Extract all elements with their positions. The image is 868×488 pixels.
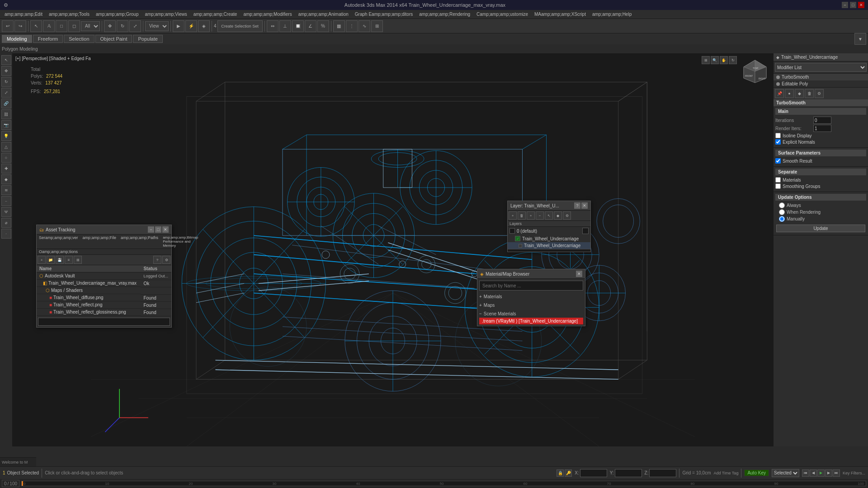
- smooth-result-checkbox[interactable]: [775, 158, 781, 164]
- radio-always[interactable]: Always: [779, 202, 866, 208]
- layers-button[interactable]: ▦: [333, 20, 345, 32]
- mat-search-input[interactable]: [479, 281, 583, 291]
- zoom-button[interactable]: 🔍: [711, 56, 719, 64]
- layer-settings[interactable]: ⚙: [563, 211, 571, 220]
- snap-toggle[interactable]: 🔲: [292, 20, 304, 32]
- tab-menu-button[interactable]: ▼: [854, 33, 866, 45]
- modifier-list-dropdown[interactable]: Modifier List: [775, 63, 867, 72]
- angle-snap[interactable]: ∠: [305, 20, 316, 32]
- bone-tool[interactable]: Ψ: [1, 207, 11, 217]
- menu-maxscript[interactable]: MAamp;amp;amp;XScript: [532, 11, 589, 17]
- materials-header[interactable]: + Materials: [479, 293, 583, 300]
- layer-panel-header[interactable]: Layer: Train_Wheel_U... ? ✕: [508, 201, 590, 211]
- skip-start-button[interactable]: ⏮: [802, 469, 809, 477]
- layer-delete[interactable]: 🗑: [518, 211, 526, 220]
- select-region-button[interactable]: □: [56, 20, 67, 32]
- scale-button[interactable]: ⤢: [129, 20, 141, 32]
- material-editor-button[interactable]: ◈: [198, 20, 210, 32]
- update-button[interactable]: Update: [776, 225, 865, 232]
- make-unique-button[interactable]: ◆: [795, 89, 804, 98]
- link-tool[interactable]: 🔗: [1, 99, 11, 108]
- scene-material-item[interactable]: .tream (VRayMtl ) [Train_Wheel_Undercarr…: [479, 318, 583, 324]
- selected-dropdown[interactable]: Selected: [772, 469, 799, 477]
- zoom-extents-button[interactable]: ⊞: [702, 56, 710, 64]
- particles-tool[interactable]: ··: [1, 196, 11, 206]
- layer-vis-1[interactable]: ✓: [515, 236, 520, 241]
- remove-modifier-button[interactable]: 🗑: [805, 89, 814, 98]
- explicit-normals-checkbox[interactable]: [775, 139, 781, 145]
- tab-modeling[interactable]: Modeling: [2, 35, 32, 43]
- maximize-button[interactable]: □: [850, 2, 856, 8]
- asset-close[interactable]: ✕: [162, 226, 169, 233]
- geometry-tool[interactable]: △: [1, 142, 11, 152]
- layer-select[interactable]: ↖: [545, 211, 553, 220]
- layer-remove-object[interactable]: −: [536, 211, 544, 220]
- tab-populate[interactable]: Populate: [133, 35, 162, 43]
- close-button[interactable]: ✕: [858, 2, 864, 8]
- asset-save[interactable]: 💾: [56, 256, 64, 264]
- schematic-view[interactable]: ⋮: [346, 20, 358, 32]
- radio-manually[interactable]: Manually: [779, 216, 866, 222]
- asset-config[interactable]: ⚙: [162, 256, 170, 264]
- space-warps-tool[interactable]: ≋: [1, 185, 11, 195]
- asset-open[interactable]: 📁: [47, 256, 55, 264]
- asset-table-container[interactable]: Name Status ⬡ Autodesk Vault Logged Out.…: [37, 265, 171, 316]
- select-object-button[interactable]: ↖: [30, 20, 42, 32]
- asset-detail[interactable]: ⊞: [74, 256, 82, 264]
- y-input[interactable]: [615, 469, 642, 477]
- move-tool[interactable]: ✥: [1, 66, 11, 76]
- modifier-editpoly[interactable]: Editable Poly: [774, 80, 868, 87]
- asset-menu-server[interactable]: Seramp;amp;amp;ver: [37, 235, 80, 249]
- auto-key-button[interactable]: Auto Key: [744, 469, 769, 476]
- timeline-track[interactable]: 0 10 20 30 40 50 60 70 80 90 100: [21, 481, 866, 486]
- asset-path-input[interactable]: [38, 318, 170, 326]
- curve-editor[interactable]: ∿: [359, 20, 370, 32]
- ik-chain-tool[interactable]: ⌀: [1, 218, 11, 228]
- percent-snap[interactable]: %: [317, 20, 329, 32]
- layer-new[interactable]: +: [509, 211, 517, 220]
- rotate-tool[interactable]: ↻: [1, 77, 11, 87]
- layer-item-train[interactable]: ✓ Train_Wheel_Undercarriage: [508, 235, 590, 242]
- render-button[interactable]: ▶: [173, 20, 184, 32]
- scale-tool[interactable]: ⤢: [1, 88, 11, 98]
- asset-list[interactable]: ≡: [65, 256, 73, 264]
- view-dropdown[interactable]: View: [145, 21, 169, 31]
- x-input[interactable]: [580, 469, 607, 477]
- redo-button[interactable]: ↪: [14, 20, 26, 32]
- radio-when-rendering[interactable]: When Rendering: [779, 209, 866, 215]
- asset-menu-file[interactable]: amp;amp;amp;File: [80, 235, 119, 249]
- skip-end-button[interactable]: ⏭: [833, 469, 840, 477]
- menu-graph-editors[interactable]: Graph Eamp;amp;amp;ditors: [352, 11, 415, 17]
- select-by-name-button[interactable]: 𝔸: [43, 20, 55, 32]
- point-tool[interactable]: ·: [1, 229, 11, 239]
- layer-add-object[interactable]: +: [527, 211, 535, 220]
- align-button[interactable]: ⊥: [279, 20, 291, 32]
- layer-vis-0[interactable]: [509, 228, 515, 234]
- layer-render-0[interactable]: [582, 228, 589, 234]
- menu-animation[interactable]: amp;amp;amp;Animation: [296, 11, 351, 17]
- layer-item-default[interactable]: 0 (default): [508, 227, 590, 235]
- layer-item-train-active[interactable]: Train_Wheel_Undercarriage: [508, 242, 590, 249]
- undo-button[interactable]: ↩: [2, 20, 14, 32]
- menu-group[interactable]: amp;amp;amp;Group: [93, 11, 142, 17]
- rotate-button[interactable]: ↻: [117, 20, 128, 32]
- tab-freeform[interactable]: Freeform: [33, 35, 63, 43]
- mirror-button[interactable]: ⇔: [267, 20, 278, 32]
- key-icon[interactable]: 🔑: [565, 469, 572, 477]
- layer-highlight[interactable]: ◆: [554, 211, 562, 220]
- pin-stack-button[interactable]: 📌: [775, 89, 784, 98]
- move-button[interactable]: ✥: [104, 20, 116, 32]
- tab-selection[interactable]: Selection: [64, 35, 94, 43]
- asset-restore[interactable]: □: [155, 226, 161, 233]
- show-result-button[interactable]: ●: [785, 89, 794, 98]
- quick-render-button[interactable]: ⚡: [185, 20, 197, 32]
- track-view[interactable]: ⊞: [371, 20, 383, 32]
- create-selection-set[interactable]: Create Selection Set: [217, 20, 263, 32]
- key-filters-button[interactable]: Key Filters...: [843, 471, 865, 475]
- menu-help[interactable]: amp;amp;amp;Help: [590, 11, 634, 17]
- asset-tracking-header[interactable]: 🗂 Asset Tracking − □ ✕: [37, 225, 171, 235]
- isoline-display-checkbox[interactable]: [775, 133, 781, 138]
- layer-scrollbar[interactable]: [508, 249, 590, 252]
- minimize-button[interactable]: −: [842, 2, 848, 8]
- systems-tool[interactable]: ◆: [1, 174, 11, 184]
